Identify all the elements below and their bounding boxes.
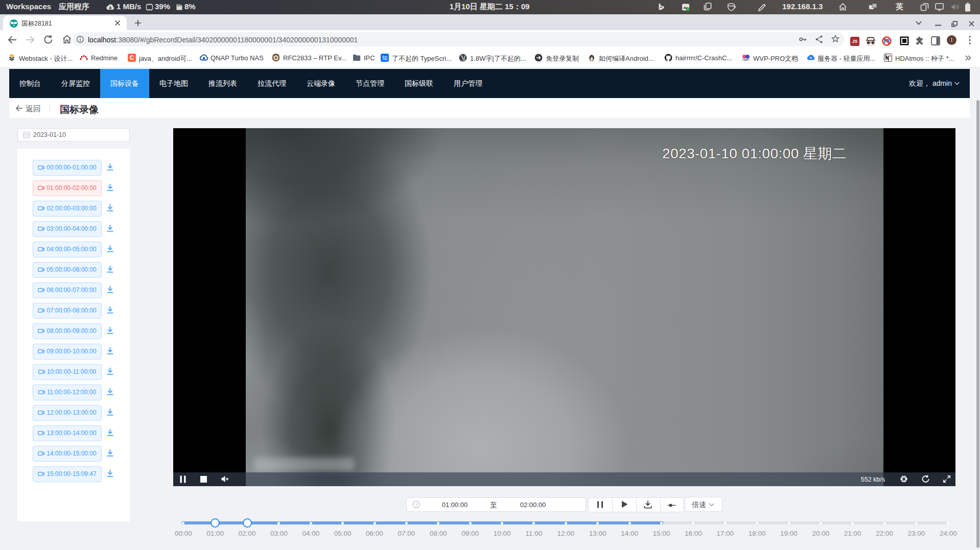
svg-text:WVP-PRO: WVP-PRO [742, 59, 750, 61]
